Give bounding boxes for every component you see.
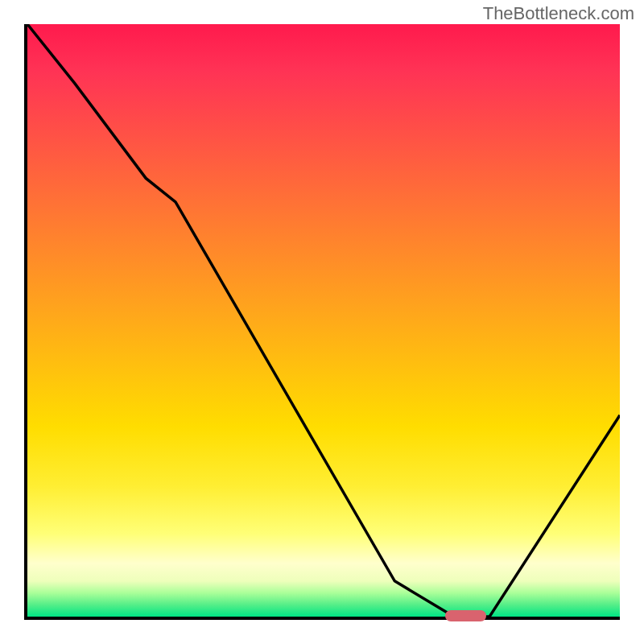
plot-area [24,24,620,620]
bottleneck-curve-path [27,24,620,617]
watermark-text: TheBottleneck.com [483,3,634,24]
optimal-marker [445,610,487,621]
chart-container: TheBottleneck.com [0,0,644,644]
curve-svg [27,24,620,617]
